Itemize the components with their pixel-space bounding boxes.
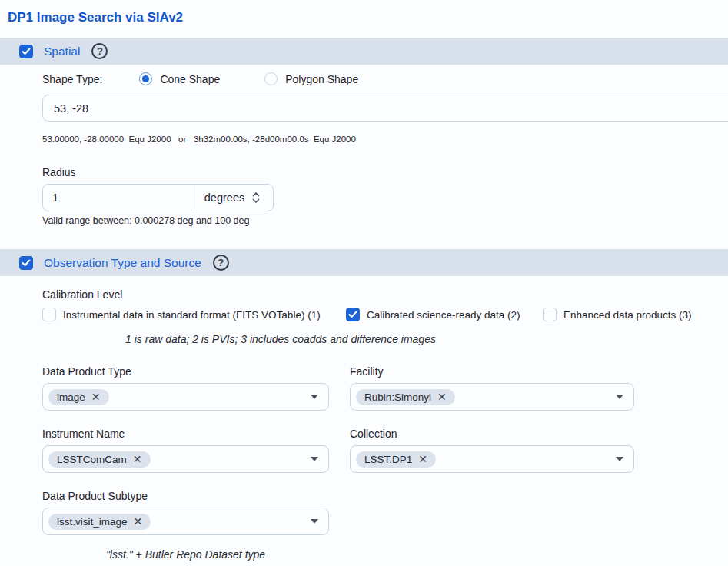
calibration-note: 1 is raw data; 2 is PVIs; 3 includes coa…	[42, 333, 519, 345]
field-facility: Facility Rubin:Simonyi ✕	[350, 365, 634, 411]
spatial-content: Shape Type: Cone Shape Polygon Shape 53.…	[0, 72, 728, 226]
data-product-type-label: Data Product Type	[42, 365, 329, 378]
collection-label: Collection	[350, 428, 634, 440]
instrument-name-label: Instrument Name	[42, 428, 329, 440]
chevron-down-icon	[616, 457, 623, 461]
chip-text: image	[57, 391, 85, 403]
observation-help-icon[interactable]: ?	[213, 255, 229, 271]
subtype-note: "lsst." + Butler Repo Dataset type	[42, 548, 329, 561]
data-product-subtype-label: Data Product Subtype	[42, 490, 329, 502]
data-product-type-combobox[interactable]: image ✕	[42, 383, 329, 411]
page-title: DP1 Image Search via SIAv2	[8, 10, 728, 25]
chip-remove-icon[interactable]: ✕	[437, 391, 447, 402]
radius-input[interactable]	[43, 185, 191, 211]
radius-range-hint: Valid range between: 0.000278 deg and 10…	[42, 215, 728, 226]
spatial-section-checkbox[interactable]	[19, 45, 33, 58]
chevron-down-icon	[616, 395, 623, 399]
chevron-down-icon	[311, 457, 318, 461]
radius-input-group: degrees	[42, 184, 274, 211]
calibration-option-2[interactable]: Calibrated science-ready data (2)	[346, 308, 543, 321]
chip-remove-icon[interactable]: ✕	[134, 516, 143, 527]
observation-content: Calibration Level Instrumental data in s…	[0, 288, 728, 561]
checkbox-unchecked-icon	[42, 308, 56, 321]
observation-section-label: Observation Type and Source	[44, 256, 201, 270]
calibration-option-1-label: Instrumental data in standard format (FI…	[63, 309, 321, 321]
collection-combobox[interactable]: LSST.DP1 ✕	[350, 445, 634, 473]
chevron-down-icon	[311, 519, 318, 524]
observation-section-header: Observation Type and Source ?	[0, 249, 728, 276]
instrument-name-combobox[interactable]: LSSTComCam ✕	[42, 445, 329, 473]
facility-combobox[interactable]: Rubin:Simonyi ✕	[350, 383, 634, 411]
field-collection: Collection LSST.DP1 ✕	[350, 428, 634, 473]
chip-text: Rubin:Simonyi	[364, 391, 431, 403]
calibration-options-row: Instrumental data in standard format (FI…	[42, 308, 728, 321]
spatial-section-label: Spatial	[44, 45, 80, 58]
field-grid: Data Product Type image ✕ Facility Rubin…	[42, 365, 728, 561]
checkbox-unchecked-icon	[543, 308, 557, 321]
calibration-option-1[interactable]: Instrumental data in standard format (FI…	[42, 308, 346, 321]
radius-unit-value: degrees	[204, 191, 244, 204]
data-product-subtype-combobox[interactable]: lsst.visit_image ✕	[42, 508, 329, 535]
check-icon	[22, 48, 31, 55]
instrument-name-chip: LSSTComCam ✕	[48, 451, 151, 468]
calibration-level-label: Calibration Level	[42, 288, 728, 301]
coordinates-input[interactable]	[42, 95, 728, 122]
calibration-option-2-label: Calibrated science-ready data (2)	[367, 309, 520, 321]
field-data-product-type: Data Product Type image ✕	[42, 365, 329, 411]
chip-text: LSST.DP1	[364, 454, 412, 465]
facility-label: Facility	[350, 365, 634, 378]
data-product-type-chip: image ✕	[48, 389, 109, 405]
shape-type-label: Shape Type:	[42, 73, 102, 85]
check-icon	[348, 311, 357, 318]
chip-remove-icon[interactable]: ✕	[133, 454, 142, 464]
radius-label: Radius	[42, 166, 728, 178]
field-instrument-name: Instrument Name LSSTComCam ✕	[42, 428, 329, 473]
polygon-shape-radio[interactable]: Polygon Shape	[264, 72, 358, 85]
chip-text: lsst.visit_image	[57, 516, 128, 528]
stepper-chevrons-icon	[252, 191, 260, 204]
collection-chip: LSST.DP1 ✕	[356, 451, 436, 468]
radius-unit-select[interactable]: degrees	[191, 185, 273, 211]
spatial-help-icon[interactable]: ?	[91, 43, 108, 59]
polygon-shape-label: Polygon Shape	[285, 73, 358, 85]
chip-remove-icon[interactable]: ✕	[418, 454, 427, 464]
observation-section-checkbox[interactable]	[19, 256, 33, 270]
data-product-subtype-chip: lsst.visit_image ✕	[48, 514, 151, 530]
cone-shape-radio[interactable]: Cone Shape	[139, 72, 220, 85]
chevron-down-icon	[311, 395, 318, 399]
facility-chip: Rubin:Simonyi ✕	[356, 389, 455, 405]
coordinates-hint: 53.00000, -28.00000 Equ J2000 or 3h32m00…	[42, 135, 728, 144]
chip-remove-icon[interactable]: ✕	[91, 391, 101, 402]
spatial-section-header: Spatial ?	[0, 38, 728, 65]
radio-selected-icon	[139, 72, 152, 85]
calibration-option-3-label: Enhanced data products (3)	[563, 309, 692, 321]
checkbox-checked-icon	[346, 308, 360, 321]
check-icon	[22, 259, 31, 267]
field-data-product-subtype: Data Product Subtype lsst.visit_image ✕ …	[42, 490, 329, 561]
calibration-option-3[interactable]: Enhanced data products (3)	[543, 308, 692, 321]
chip-text: LSSTComCam	[57, 454, 127, 465]
cone-shape-label: Cone Shape	[160, 73, 220, 85]
radio-unselected-icon	[264, 72, 278, 85]
